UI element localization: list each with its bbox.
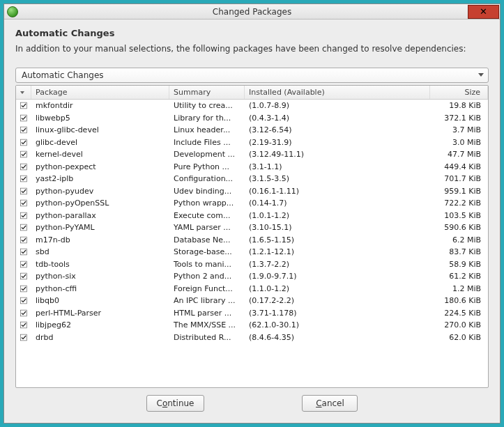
row-summary: HTML parser ... bbox=[169, 309, 245, 318]
column-installed[interactable]: Installed (Available) bbox=[245, 86, 430, 99]
install-flag-icon bbox=[20, 211, 27, 220]
table-row[interactable]: python-six Python 2 and... (1.9.0-9.7.1)… bbox=[16, 270, 488, 283]
row-flag[interactable] bbox=[16, 174, 31, 183]
table-row[interactable]: m17n-db Database Ne... (1.6.5-1.15) 6.2 … bbox=[16, 234, 488, 247]
install-flag-icon bbox=[20, 333, 27, 342]
row-installed: (3.1.5-3.5) bbox=[245, 174, 430, 183]
row-flag[interactable] bbox=[16, 150, 31, 159]
row-installed: (0.14-1.7) bbox=[245, 199, 430, 208]
row-installed: (1.0.1-1.2) bbox=[245, 211, 430, 220]
row-package: glibc-devel bbox=[31, 138, 169, 147]
row-package: tdb-tools bbox=[31, 260, 169, 269]
row-flag[interactable] bbox=[16, 223, 31, 232]
table-row[interactable]: sbd Storage-base... (1.2.1-12.1) 83.7 Ki… bbox=[16, 246, 488, 258]
install-flag-icon bbox=[20, 187, 27, 196]
changes-dropdown[interactable]: Automatic Changes bbox=[15, 68, 489, 83]
table-row[interactable]: glibc-devel Include Files ... (2.19-31.9… bbox=[16, 137, 488, 149]
table-row[interactable]: python-pyOpenSSL Python wrapp... (0.14-1… bbox=[16, 197, 488, 210]
row-flag[interactable] bbox=[16, 211, 31, 220]
table-row[interactable]: kernel-devel Development ... (3.12.49-11… bbox=[16, 148, 488, 161]
continue-button[interactable]: Continue bbox=[146, 395, 205, 412]
install-flag-icon bbox=[20, 272, 27, 281]
table-row[interactable]: libwebp5 Library for th... (0.4.3-1.4) 3… bbox=[16, 112, 488, 125]
row-package: perl-HTML-Parser bbox=[31, 309, 169, 318]
row-flag[interactable] bbox=[16, 235, 31, 244]
row-installed: (1.3.7-2.2) bbox=[245, 260, 430, 269]
table-row[interactable]: python-PyYAML YAML parser ... (3.10-15.1… bbox=[16, 222, 488, 234]
row-summary: Pure Python ... bbox=[169, 162, 245, 171]
row-flag[interactable] bbox=[16, 333, 31, 342]
row-summary: Database Ne... bbox=[169, 235, 245, 244]
table-row[interactable]: python-pexpect Pure Python ... (3.1-1.1)… bbox=[16, 161, 488, 173]
row-size: 19.8 KiB bbox=[430, 101, 488, 110]
table-row[interactable]: yast2-iplb Configuration... (3.1.5-3.5) … bbox=[16, 173, 488, 185]
row-installed: (0.4.3-1.4) bbox=[245, 114, 430, 123]
table-row[interactable]: python-pyudev Udev binding... (0.16.1-1.… bbox=[16, 185, 488, 198]
column-package[interactable]: Package bbox=[31, 86, 169, 99]
row-installed: (62.1.0-30.1) bbox=[245, 320, 430, 329]
row-size: 3.7 MiB bbox=[430, 125, 488, 134]
table-row[interactable]: linux-glibc-devel Linux header... (3.12-… bbox=[16, 124, 488, 137]
row-size: 180.6 KiB bbox=[430, 296, 488, 305]
row-installed: (0.16.1-1.11) bbox=[245, 187, 430, 196]
row-flag[interactable] bbox=[16, 187, 31, 196]
install-flag-icon bbox=[20, 247, 27, 256]
row-flag[interactable] bbox=[16, 309, 31, 318]
install-flag-icon bbox=[20, 162, 27, 171]
button-row: Continue Cancel bbox=[15, 388, 489, 416]
row-flag[interactable] bbox=[16, 114, 31, 123]
row-flag[interactable] bbox=[16, 199, 31, 208]
row-flag[interactable] bbox=[16, 260, 31, 269]
install-flag-icon bbox=[20, 223, 27, 232]
row-package: libjpeg62 bbox=[31, 320, 169, 329]
row-summary: Execute com... bbox=[169, 211, 245, 220]
install-flag-icon bbox=[20, 260, 27, 269]
row-installed: (3.12-6.54) bbox=[245, 125, 430, 134]
table-row[interactable]: libjpeg62 The MMX/SSE ... (62.1.0-30.1) … bbox=[16, 319, 488, 332]
row-flag[interactable] bbox=[16, 320, 31, 329]
table-row[interactable]: python-parallax Execute com... (1.0.1-1.… bbox=[16, 210, 488, 222]
column-flag[interactable] bbox=[16, 86, 31, 99]
table-body[interactable]: mkfontdir Utility to crea... (1.0.7-8.9)… bbox=[16, 100, 488, 387]
row-flag[interactable] bbox=[16, 296, 31, 305]
row-size: 270.0 KiB bbox=[430, 320, 488, 329]
column-summary[interactable]: Summary bbox=[169, 86, 245, 99]
row-size: 590.6 KiB bbox=[430, 223, 488, 232]
row-flag[interactable] bbox=[16, 162, 31, 171]
row-flag[interactable] bbox=[16, 125, 31, 134]
row-package: m17n-db bbox=[31, 235, 169, 244]
packages-table: Package Summary Installed (Available) Si… bbox=[15, 85, 489, 388]
dropdown-label: Automatic Changes bbox=[22, 70, 104, 80]
section-subtext: In addition to your manual selections, t… bbox=[15, 44, 489, 54]
row-summary: Tools to mani... bbox=[169, 260, 245, 269]
table-row[interactable]: python-cffi Foreign Funct... (1.1.0-1.2)… bbox=[16, 283, 488, 295]
table-row[interactable]: perl-HTML-Parser HTML parser ... (3.71-1… bbox=[16, 307, 488, 320]
table-header: Package Summary Installed (Available) Si… bbox=[16, 86, 488, 100]
btn-text: Cancel bbox=[316, 398, 344, 408]
table-row[interactable]: mkfontdir Utility to crea... (1.0.7-8.9)… bbox=[16, 100, 488, 112]
row-installed: (1.2.1-12.1) bbox=[245, 247, 430, 256]
row-package: python-six bbox=[31, 272, 169, 281]
row-installed: (1.0.7-8.9) bbox=[245, 101, 430, 110]
row-package: python-pyudev bbox=[31, 187, 169, 196]
row-size: 62.0 KiB bbox=[430, 333, 488, 342]
column-size[interactable]: Size bbox=[430, 86, 488, 99]
install-flag-icon bbox=[20, 320, 27, 329]
table-row[interactable]: tdb-tools Tools to mani... (1.3.7-2.2) 5… bbox=[16, 258, 488, 271]
btn-text: Continue bbox=[157, 398, 194, 408]
row-size: 3.0 MiB bbox=[430, 138, 488, 147]
table-row[interactable]: libqb0 An IPC library ... (0.17.2-2.2) 1… bbox=[16, 295, 488, 307]
row-size: 103.5 KiB bbox=[430, 211, 488, 220]
row-summary: Utility to crea... bbox=[169, 101, 245, 110]
row-flag[interactable] bbox=[16, 272, 31, 281]
table-row[interactable]: drbd Distributed R... (8.4.6-4.35) 62.0 … bbox=[16, 332, 488, 344]
row-summary: Python wrapp... bbox=[169, 199, 245, 208]
row-flag[interactable] bbox=[16, 247, 31, 256]
row-flag[interactable] bbox=[16, 138, 31, 147]
row-package: libqb0 bbox=[31, 296, 169, 305]
row-summary: Linux header... bbox=[169, 125, 245, 134]
row-flag[interactable] bbox=[16, 284, 31, 293]
row-flag[interactable] bbox=[16, 101, 31, 110]
titlebar[interactable]: Changed Packages ✕ bbox=[4, 4, 500, 20]
cancel-button[interactable]: Cancel bbox=[302, 395, 358, 412]
